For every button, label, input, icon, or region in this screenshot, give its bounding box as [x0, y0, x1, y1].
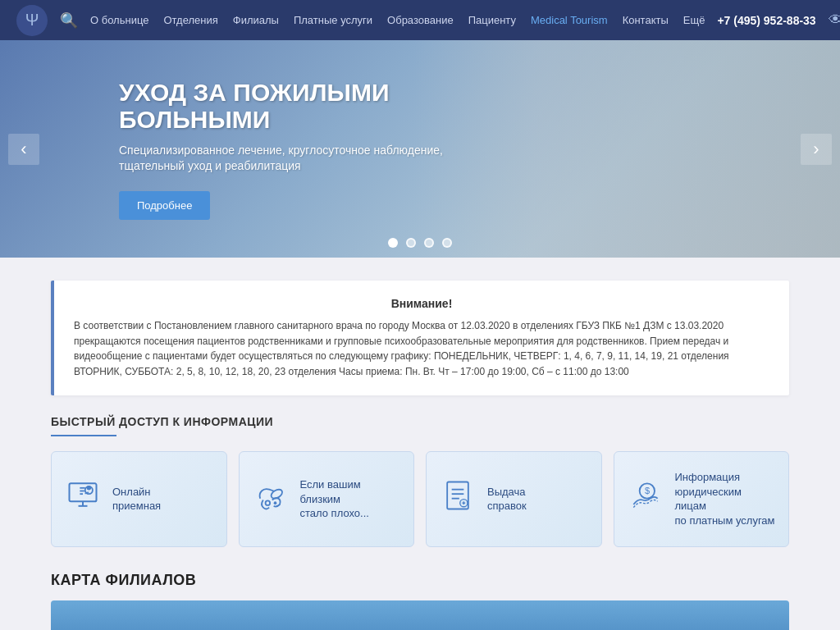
nav-patient[interactable]: Пациенту [468, 14, 516, 26]
main-content: Внимание! В соответствии с Постановление… [0, 281, 840, 630]
pills-icon [253, 477, 289, 520]
svg-point-10 [273, 502, 276, 505]
logo-symbol: Ψ [25, 11, 39, 30]
quick-access-section: БЫСТРЫЙ ДОСТУП К ИНФОРМАЦИИ [51, 415, 789, 546]
hero-button[interactable]: Подробнее [119, 191, 210, 220]
slider-next-button[interactable]: › [801, 134, 832, 165]
nav-education[interactable]: Образование [387, 14, 454, 26]
phone-number: +7 (495) 952-88-33 [717, 14, 815, 27]
document-icon [440, 477, 476, 520]
notice-text: В соответствии с Постановлением главного… [74, 318, 769, 379]
nav-paid[interactable]: Платные услуги [294, 14, 372, 26]
hero-image [413, 40, 840, 258]
branches-title: КАРТА ФИЛИАЛОВ [51, 572, 789, 589]
notice-section: Внимание! В соответствии с Постановление… [51, 281, 789, 395]
nav-branches[interactable]: Филиалы [233, 14, 279, 26]
quick-card-emergency[interactable]: Если вашим близкимстало плохо... [239, 451, 415, 546]
svg-point-9 [265, 501, 270, 506]
notice-title: Внимание! [74, 297, 769, 310]
slider-dot-1[interactable] [388, 238, 398, 248]
accessibility-icon[interactable]: 👁 [829, 11, 840, 29]
quick-card-certificates[interactable]: Выдачасправок [426, 451, 602, 546]
quick-card-legal[interactable]: $ Информация юридическим лицампо платным… [614, 451, 790, 546]
money-icon: $ [628, 477, 664, 520]
hero-slider: УХОД ЗА ПОЖИЛЫМИБОЛЬНЫМИ Специализирован… [0, 40, 840, 258]
quick-access-title: БЫСТРЫЙ ДОСТУП К ИНФОРМАЦИИ [51, 415, 789, 428]
quick-card-online-label: Онлайнприемная [112, 485, 161, 514]
slider-prev-button[interactable]: ‹ [8, 134, 39, 165]
hero-content: УХОД ЗА ПОЖИЛЫМИБОЛЬНЫМИ Специализирован… [119, 78, 463, 219]
quick-card-emergency-label: Если вашим близкимстало плохо... [300, 477, 401, 521]
search-icon[interactable]: 🔍 [60, 11, 78, 30]
branches-section: КАРТА ФИЛИАЛОВ [51, 572, 789, 630]
quick-card-legal-label: Информация юридическим лицампо платным у… [675, 470, 776, 527]
main-nav: О больнице Отделения Филиалы Платные усл… [90, 14, 705, 26]
nav-contacts[interactable]: Контакты [623, 14, 669, 26]
computer-icon [65, 477, 101, 520]
logo[interactable]: Ψ [16, 5, 48, 36]
hero-subtitle: Специализированное лечение, круглосуточн… [119, 142, 463, 174]
quick-cards-grid: Онлайнприемная Если вашим близкимстало п… [51, 451, 789, 546]
hero-title: УХОД ЗА ПОЖИЛЫМИБОЛЬНЫМИ [119, 78, 463, 132]
slider-dot-2[interactable] [406, 238, 416, 248]
branches-map[interactable] [51, 600, 789, 630]
nav-departments[interactable]: Отделения [163, 14, 217, 26]
slider-dot-3[interactable] [424, 238, 434, 248]
quick-card-certificates-label: Выдачасправок [487, 485, 527, 514]
quick-access-underline [51, 435, 116, 436]
slider-dots [388, 238, 452, 248]
slider-dot-4[interactable] [442, 238, 452, 248]
svg-point-7 [87, 486, 91, 491]
quick-card-online[interactable]: Онлайнприемная [51, 451, 227, 546]
nav-about[interactable]: О больнице [90, 14, 148, 26]
nav-more[interactable]: Ещё [683, 14, 705, 26]
svg-text:$: $ [645, 486, 650, 496]
nav-medical-tourism[interactable]: Medical Tourism [531, 14, 608, 26]
site-header: Ψ 🔍 О больнице Отделения Филиалы Платные… [0, 0, 840, 40]
